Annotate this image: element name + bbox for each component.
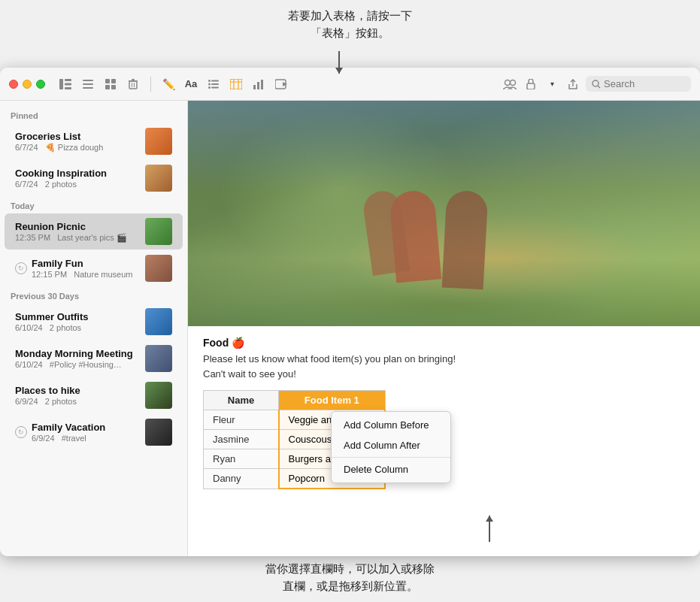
chevron-down-icon[interactable]: ▾ (544, 76, 560, 92)
sidebar-item-subtitle: 6/7/24 🍕 Pizza dough (15, 143, 139, 153)
chart-icon[interactable] (250, 76, 267, 92)
sidebar-item-text: Family Vacation 6/9/24 #travel (32, 422, 139, 443)
svg-rect-2 (65, 83, 71, 85)
sidebar-item-thumb (145, 345, 172, 372)
trash-icon[interactable] (125, 76, 141, 92)
main-window: ✏️ Aa ▾ (0, 68, 700, 556)
add-col-after-menu-item[interactable]: Add Column After (332, 435, 450, 455)
sidebar-item-subtitle: 6/9/24 #travel (32, 434, 139, 443)
sidebar-item-text: Places to hike 6/9/24 2 photos (15, 385, 139, 406)
toolbar-right: ▾ (502, 76, 691, 92)
sidebar-item-thumb (145, 128, 172, 155)
annotation-arrow-bottom (489, 516, 490, 542)
sidebar-item-subtitle: 12:35 PM Last year's pics 🎬 (15, 233, 139, 243)
pinned-label: Pinned (0, 107, 187, 123)
svg-rect-27 (257, 82, 259, 89)
svg-point-20 (208, 86, 211, 89)
svg-rect-12 (129, 80, 138, 82)
annotation-bottom: 當你選擇直欄時，可以加入或移除 直欄，或是拖移到新位置。 (0, 561, 700, 594)
annotation-top: 若要加入表格，請按一下 「表格」按鈕。 (0, 8, 700, 41)
svg-rect-9 (105, 85, 110, 89)
sidebar-item-title: Monday Morning Meeting (15, 348, 139, 359)
format-icon[interactable]: Aa (183, 76, 199, 92)
close-button[interactable] (9, 80, 18, 89)
sidebar-item-title: Summer Outfits (15, 311, 139, 322)
search-input[interactable] (604, 78, 679, 89)
sidebar-item-reunion[interactable]: Reunion Picnic 12:35 PM Last year's pics… (5, 213, 183, 250)
sidebar-item-title: Reunion Picnic (15, 221, 139, 232)
svg-rect-0 (59, 79, 63, 89)
sidebar-item-subtitle: 6/7/24 2 photos (15, 180, 139, 189)
sidebar-item-groceries[interactable]: Groceries List 6/7/24 🍕 Pizza dough (5, 123, 183, 159)
note-body-line1: Please let us know what food item(s) you… (203, 352, 685, 367)
lock-icon[interactable] (523, 76, 539, 92)
media-icon[interactable] (273, 76, 289, 92)
svg-rect-7 (105, 79, 110, 83)
sidebar-item-title: Groceries List (15, 131, 139, 142)
previous-label: Previous 30 Days (0, 287, 187, 303)
sidebar-item-summer[interactable]: Summer Outfits 6/10/24 2 photos (5, 304, 183, 340)
svg-rect-21 (211, 86, 219, 88)
search-box[interactable] (586, 76, 691, 92)
sidebar-item-text: Monday Morning Meeting 6/10/24 #Policy #… (15, 348, 139, 369)
sidebar-toggle-icon[interactable] (57, 76, 74, 92)
sidebar-item-subtitle: 6/9/24 2 photos (15, 397, 139, 406)
sidebar-item-text: Groceries List 6/7/24 🍕 Pizza dough (15, 131, 139, 153)
sidebar-item-family-fun[interactable]: ↻ Family Fun 12:15 PM Nature museum (5, 250, 183, 286)
minimize-button[interactable] (23, 80, 32, 89)
sidebar-item-thumb (145, 165, 172, 192)
collaborate-icon[interactable] (502, 76, 518, 92)
annotation-arrow-top (338, 51, 340, 74)
svg-rect-6 (83, 87, 93, 89)
note-image (188, 101, 700, 326)
svg-point-34 (592, 80, 598, 86)
svg-rect-15 (134, 83, 135, 87)
today-label: Today (0, 197, 187, 213)
svg-line-35 (598, 86, 600, 88)
sidebar-item-subtitle: 12:15 PM Nature museum (32, 270, 139, 279)
list-icon[interactable] (205, 76, 222, 92)
add-col-before-menu-item[interactable]: Add Column Before (332, 415, 450, 435)
sidebar-item-text: Family Fun 12:15 PM Nature museum (32, 258, 139, 279)
note-area: Food 🍎 Please let us know what food item… (188, 101, 700, 556)
sidebar-item-monday[interactable]: Monday Morning Meeting 6/10/24 #Policy #… (5, 340, 183, 377)
sidebar-item-title: Cooking Inspiration (15, 168, 139, 179)
compose-icon[interactable]: ✏️ (160, 76, 177, 92)
svg-rect-8 (111, 79, 116, 83)
svg-rect-14 (132, 83, 132, 87)
note-title: Food 🍎 (203, 337, 685, 349)
col-name-header: Name (204, 391, 279, 410)
svg-rect-26 (253, 85, 256, 89)
sidebar-item-hike[interactable]: Places to hike 6/9/24 2 photos (5, 377, 183, 413)
list-view-icon[interactable] (80, 76, 96, 92)
sidebar-item-vacation[interactable]: ↻ Family Vacation 6/9/24 #travel (5, 414, 183, 450)
svg-rect-10 (111, 85, 116, 89)
sidebar: Pinned Groceries List 6/7/24 🍕 Pizza dou… (0, 101, 188, 556)
delete-col-menu-item[interactable]: Delete Column (332, 459, 450, 479)
svg-rect-3 (65, 87, 71, 89)
table-cell-name: Danny (204, 469, 279, 489)
sidebar-item-thumb (145, 218, 172, 245)
sidebar-item-cooking[interactable]: Cooking Inspiration 6/7/24 2 photos (5, 160, 183, 196)
svg-rect-5 (83, 83, 93, 85)
table-cell-name: Jasmine (204, 430, 279, 449)
svg-rect-22 (230, 79, 242, 89)
annotation-bottom-line1: 當你選擇直欄時，可以加入或移除 (0, 561, 700, 578)
svg-rect-17 (211, 80, 219, 81)
svg-point-31 (505, 80, 511, 85)
annotation-bottom-line2: 直欄，或是拖移到新位置。 (0, 578, 700, 595)
maximize-button[interactable] (36, 80, 45, 89)
annotation-top-line2: 「表格」按鈕。 (0, 25, 700, 42)
share-icon[interactable] (565, 76, 581, 92)
sidebar-item-thumb (145, 308, 172, 335)
col-food-header: Food Item 1 (279, 391, 386, 410)
svg-rect-28 (261, 80, 263, 89)
sidebar-item-thumb (145, 419, 172, 446)
table-cell-name: Fleur (204, 410, 279, 430)
table-icon[interactable] (228, 76, 244, 92)
titlebar: ✏️ Aa ▾ (0, 68, 700, 101)
sidebar-item-subtitle: 6/10/24 2 photos (15, 323, 139, 332)
sidebar-item-text: Cooking Inspiration 6/7/24 2 photos (15, 168, 139, 189)
grid-view-icon[interactable] (102, 76, 119, 92)
sidebar-item-text: Summer Outfits 6/10/24 2 photos (15, 311, 139, 332)
